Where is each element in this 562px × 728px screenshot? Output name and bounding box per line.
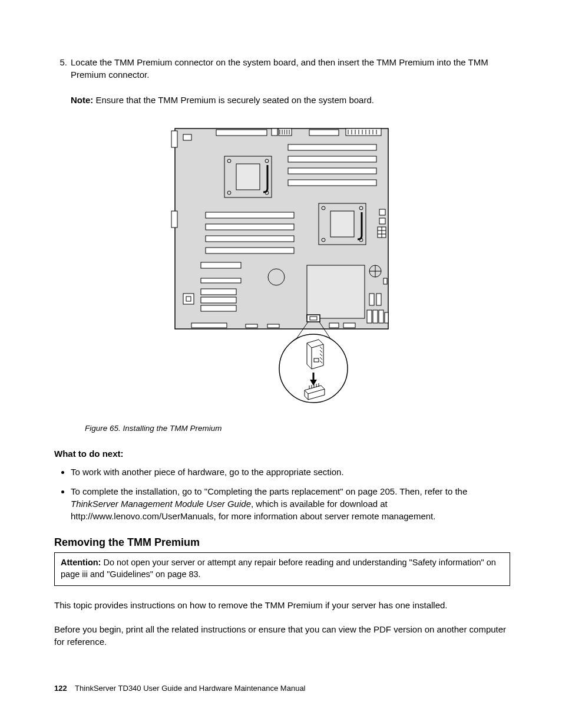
svg-rect-39 — [206, 212, 294, 218]
svg-rect-28 — [236, 164, 260, 190]
svg-rect-62 — [384, 278, 387, 284]
step-number: 5. — [54, 56, 71, 81]
svg-rect-53 — [379, 209, 385, 215]
svg-rect-68 — [385, 312, 388, 323]
svg-rect-49 — [201, 305, 236, 311]
page-container: 5. Locate the TMM Premium connector on t… — [0, 0, 562, 728]
doc-ref: ThinkServer Management Module User Guide — [71, 499, 251, 509]
tmm-module-icon — [307, 340, 323, 369]
figure-caption: Figure 65. Installing the TMM Premium — [85, 423, 510, 434]
svg-rect-3 — [183, 134, 191, 140]
svg-rect-5 — [272, 129, 277, 136]
svg-rect-66 — [373, 310, 378, 323]
svg-rect-63 — [369, 294, 374, 305]
svg-rect-48 — [201, 297, 236, 303]
list-item: To complete the installation, go to "Com… — [71, 485, 510, 522]
note-text: Ensure that the TMM Premium is securely … — [96, 95, 374, 105]
note: Note: Ensure that the TMM Premium is sec… — [71, 94, 510, 106]
svg-rect-35 — [288, 144, 376, 150]
svg-rect-72 — [343, 323, 355, 328]
svg-rect-64 — [376, 294, 381, 305]
svg-rect-43 — [183, 294, 194, 304]
svg-rect-69 — [246, 324, 257, 328]
page-number: 122 — [54, 684, 67, 693]
svg-rect-70 — [267, 324, 279, 328]
svg-rect-52 — [307, 265, 365, 318]
what-next-list: To work with another piece of hardware, … — [60, 466, 510, 522]
svg-rect-45 — [201, 262, 241, 268]
svg-rect-38 — [288, 180, 376, 186]
figure — [54, 124, 510, 413]
svg-rect-42 — [206, 248, 294, 253]
svg-rect-65 — [367, 310, 372, 323]
section-title: Removing the TMM Premium — [54, 535, 510, 550]
svg-rect-47 — [201, 289, 236, 295]
svg-rect-13 — [346, 129, 381, 136]
svg-rect-12 — [309, 130, 339, 136]
note-label: Note: — [71, 95, 93, 105]
list-item: To work with another piece of hardware, … — [71, 466, 510, 478]
system-board-diagram — [170, 124, 394, 413]
doc-title: ThinkServer TD340 User Guide and Hardwar… — [75, 684, 305, 693]
svg-rect-34 — [330, 211, 354, 237]
svg-rect-71 — [329, 323, 339, 328]
step-text: Locate the TMM Premium connector on the … — [71, 56, 510, 81]
svg-rect-67 — [379, 310, 384, 323]
svg-rect-6 — [279, 129, 292, 136]
paragraph: This topic provides instructions on how … — [54, 599, 510, 611]
what-next-heading: What to do next: — [54, 447, 510, 460]
page-footer: 122 ThinkServer TD340 User Guide and Har… — [54, 683, 306, 694]
svg-rect-46 — [201, 278, 241, 283]
svg-rect-37 — [288, 168, 376, 174]
attention-box: Attention: Do not open your server or at… — [54, 552, 510, 586]
svg-rect-36 — [288, 156, 376, 162]
svg-rect-2 — [171, 211, 177, 228]
svg-rect-4 — [216, 130, 267, 136]
svg-rect-40 — [206, 224, 294, 230]
svg-rect-1 — [171, 131, 177, 147]
attention-label: Attention: — [61, 558, 101, 567]
svg-rect-41 — [206, 236, 294, 242]
svg-rect-50 — [191, 323, 227, 328]
step-5: 5. Locate the TMM Premium connector on t… — [54, 56, 510, 81]
svg-rect-54 — [379, 218, 385, 224]
svg-rect-73 — [307, 315, 320, 322]
attention-text: Do not open your server or attempt any r… — [61, 558, 496, 579]
paragraph: Before you begin, print all the related … — [54, 623, 510, 648]
